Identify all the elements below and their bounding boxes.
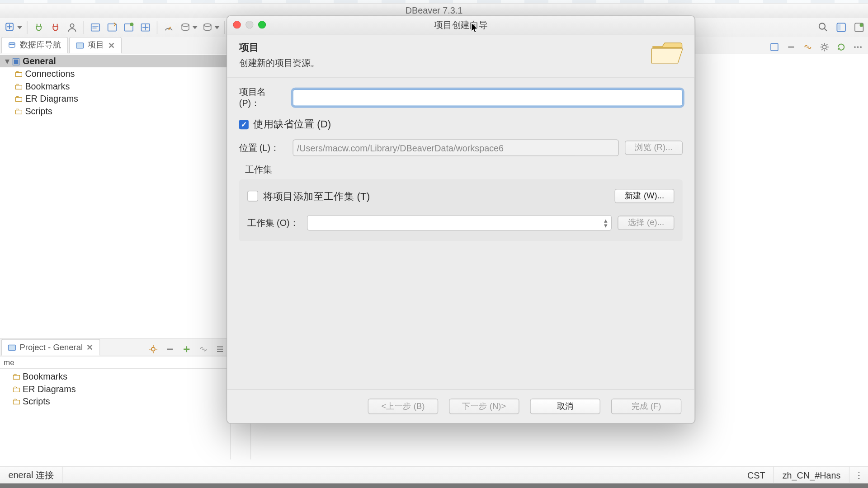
new-connection-dropdown[interactable] — [4, 21, 22, 34]
svg-rect-21 — [8, 345, 15, 351]
use-default-label: 使用缺省位置 (D) — [253, 117, 331, 131]
project-name-input[interactable] — [292, 89, 682, 106]
view-new-icon[interactable] — [768, 41, 781, 54]
panel-item-scripts[interactable]: ▸ 🗀 Scripts — [0, 395, 230, 408]
svg-rect-2 — [91, 24, 99, 31]
tree-root[interactable]: ▾ ▣ General — [0, 55, 230, 67]
minimize-window-icon[interactable] — [245, 21, 253, 28]
sql-new-icon[interactable] — [105, 21, 118, 34]
panel-item-erdiagrams[interactable]: ▸ 🗀 ER Diagrams — [0, 383, 230, 395]
tab-label: 项目 — [88, 40, 104, 51]
cancel-button[interactable]: 取消 — [530, 399, 600, 414]
speedometer-icon[interactable] — [162, 21, 175, 34]
tree-item-erdiagrams[interactable]: 🗀 ER Diagrams — [0, 92, 230, 105]
svg-point-8 — [204, 23, 211, 26]
sql-editor-icon[interactable] — [89, 21, 102, 34]
workingset-label: 工作集 (O)： — [247, 217, 301, 229]
view-refresh-icon[interactable] — [835, 41, 848, 54]
close-icon[interactable]: ✕ — [86, 343, 94, 352]
view-menu-icon[interactable] — [851, 41, 864, 54]
close-icon[interactable]: ✕ — [108, 41, 115, 50]
view-collapse-icon[interactable] — [784, 41, 797, 54]
svg-point-20 — [860, 46, 862, 48]
plug-red-icon[interactable] — [49, 21, 62, 34]
checkbox-checked-icon[interactable]: ✓ — [239, 119, 249, 129]
tab-database-navigator[interactable]: 数据库导航 — [1, 37, 68, 54]
select-workingset-button: 选择 (e)... — [618, 216, 675, 230]
svg-point-14 — [9, 42, 15, 45]
view-settings-icon[interactable] — [818, 41, 831, 54]
finish-button: 完成 (F) — [611, 399, 682, 414]
project-icon — [75, 41, 84, 49]
cylinder-dropdown-1[interactable] — [179, 21, 198, 34]
svg-point-9 — [819, 23, 825, 29]
users-icon[interactable] — [66, 21, 79, 34]
add-to-workingset-label: 将项目添加至工作集 (T) — [263, 189, 370, 203]
panel-link-icon[interactable] — [197, 343, 210, 356]
folder-icon: ▣ — [11, 56, 22, 66]
location-input — [292, 140, 618, 156]
folder-icon: 🗀 — [11, 371, 22, 381]
dialog-header: 项目 创建新的项目资源。 — [227, 34, 694, 78]
search-icon[interactable] — [817, 21, 830, 34]
perspective-icon[interactable] — [835, 21, 848, 34]
tree-item-bookmarks[interactable]: 🗀 Bookmarks — [0, 80, 230, 93]
panel-item-bookmarks[interactable]: ▸ 🗀 Bookmarks — [0, 370, 230, 383]
folder-icon: 🗀 — [11, 396, 22, 406]
folder-icon: 🗀 — [13, 106, 24, 116]
panel-add-icon[interactable] — [180, 343, 193, 356]
quick-access — [817, 19, 866, 36]
dialog-title: 项目创建向导 — [434, 19, 488, 31]
workingset-group: ✓ 将项目添加至工作集 (T) 新建 (W)... 工作集 (O)： ▴▾ 选择… — [239, 179, 683, 241]
location-label: 位置 (L)： — [239, 142, 287, 154]
zoom-window-icon[interactable] — [258, 21, 266, 28]
checkbox-unchecked-icon[interactable]: ✓ — [247, 191, 258, 202]
tree-label: ER Diagrams — [21, 384, 75, 394]
tab-project-general[interactable]: Project - General ✕ — [1, 339, 100, 356]
dialog-titlebar[interactable]: 项目创建向导 — [227, 16, 694, 35]
chevron-down-icon: ▾ — [4, 56, 11, 66]
folder-open-icon — [651, 38, 684, 66]
use-default-location-row[interactable]: ✓ 使用缺省位置 (D) — [239, 117, 683, 131]
browse-button: 浏览 (R)... — [625, 141, 683, 155]
tree-label: Bookmarks — [21, 371, 67, 381]
svg-point-1 — [71, 24, 74, 28]
svg-point-17 — [823, 45, 826, 49]
sidebar: ▾ ▣ General 🗀 Connections 🗀 Bookmarks 🗀 … — [0, 54, 231, 460]
workingset-combo[interactable]: ▴▾ — [307, 215, 612, 230]
svg-rect-16 — [771, 43, 778, 51]
tree-label: Scripts — [21, 396, 50, 406]
folder-icon: 🗀 — [13, 94, 24, 103]
status-bar: eneral 连接 CST zh_CN_#Hans ⋮ — [0, 466, 868, 483]
tree-item-connections[interactable]: 🗀 Connections — [0, 67, 230, 80]
panel-menu-icon[interactable] — [213, 343, 226, 356]
perspective-switch-icon[interactable] — [853, 21, 866, 34]
panel-collapse-icon[interactable] — [163, 343, 176, 356]
tree-label: Connections — [24, 69, 75, 79]
plug-icon[interactable] — [32, 21, 45, 34]
project-tree[interactable]: ▾ ▣ General 🗀 Connections 🗀 Bookmarks 🗀 … — [0, 54, 230, 119]
status-timezone: CST — [739, 467, 774, 483]
tab-projects[interactable]: 项目 ✕ — [69, 37, 122, 54]
tree-label: Scripts — [24, 106, 52, 116]
dialog-heading: 项目 — [239, 41, 683, 54]
status-menu-icon[interactable]: ⋮ — [849, 467, 868, 483]
tree-label: ER Diagrams — [24, 94, 78, 103]
svg-point-13 — [860, 23, 863, 27]
status-connection: eneral 连接 — [0, 467, 62, 483]
cylinder-dropdown-2[interactable] — [201, 21, 219, 34]
svg-rect-11 — [838, 24, 840, 30]
back-button: <上一步 (B) — [368, 399, 439, 414]
browse-icon[interactable] — [139, 21, 152, 34]
view-link-icon[interactable] — [801, 41, 814, 54]
sql-recent-icon[interactable] — [122, 21, 135, 34]
close-window-icon[interactable] — [233, 21, 241, 28]
svg-point-5 — [130, 23, 133, 26]
panel-settings-icon[interactable] — [146, 343, 160, 356]
new-workingset-button[interactable]: 新建 (W)... — [614, 189, 674, 203]
tree-item-scripts[interactable]: 🗀 Scripts — [0, 105, 230, 117]
tree-label: General — [21, 56, 56, 66]
new-project-dialog: 项目创建向导 项目 创建新的项目资源。 项目名 (P)： ✓ 使用缺省位置 (D… — [226, 15, 695, 423]
project-panel-tree[interactable]: ▸ 🗀 Bookmarks ▸ 🗀 ER Diagrams ▸ 🗀 Script… — [0, 369, 230, 408]
svg-point-18 — [854, 46, 856, 48]
